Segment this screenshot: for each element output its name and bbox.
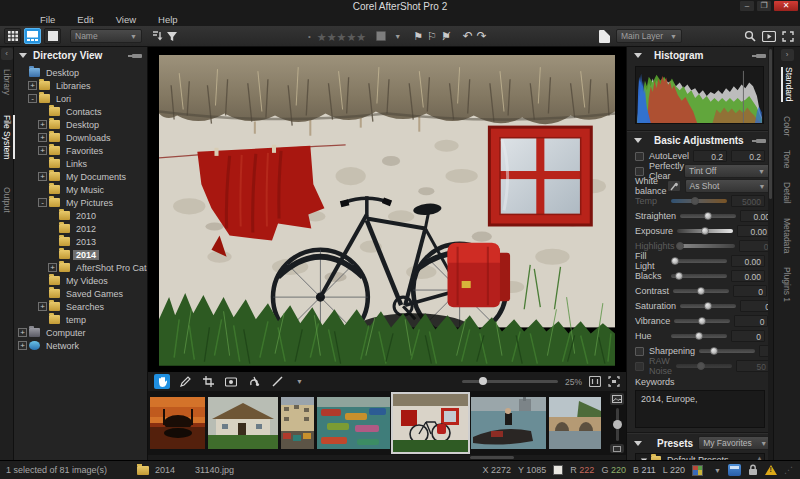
star-icon[interactable]: ★ <box>317 31 327 43</box>
menu-view[interactable]: View <box>116 14 136 25</box>
raw-noise-slider[interactable] <box>676 364 732 368</box>
highlights-slider[interactable] <box>679 244 735 248</box>
tab-library[interactable]: Library <box>2 69 12 95</box>
tree-expander[interactable]: + <box>38 146 47 155</box>
tree-item-links[interactable]: +Links <box>14 157 147 170</box>
grid-view-button[interactable] <box>4 28 21 44</box>
collapse-section-icon[interactable] <box>634 441 642 446</box>
tree-item-downloads[interactable]: +Downloads <box>14 131 147 144</box>
sort-order-button[interactable] <box>151 30 163 42</box>
tab-color[interactable]: Color <box>782 116 792 136</box>
slider-value[interactable]: 5000 <box>731 195 765 207</box>
chevron-down-icon[interactable]: ▼ <box>296 378 303 385</box>
maximize-button[interactable]: ❐ <box>757 1 771 11</box>
image-viewer[interactable] <box>148 47 626 371</box>
slider-value[interactable]: 0.00 <box>731 270 765 282</box>
close-button[interactable]: ✕ <box>774 1 798 11</box>
tree-item-lori[interactable]: -Lori <box>14 92 147 105</box>
single-view-button[interactable] <box>44 28 61 44</box>
tree-expander[interactable]: + <box>18 341 27 350</box>
white-balance-dropdown[interactable]: As Shot ▼ <box>685 179 771 193</box>
flag-pick-icon[interactable]: ⚑ <box>413 31 423 42</box>
tree-item-my-music[interactable]: +My Music <box>14 183 147 196</box>
thumbnail-bicycle-cottage[interactable] <box>393 394 468 452</box>
combined-view-button[interactable] <box>24 28 41 44</box>
tree-expander[interactable]: + <box>48 263 57 272</box>
tree-expander[interactable]: + <box>28 81 37 90</box>
thumbnail-mosque-sunset[interactable] <box>150 397 205 449</box>
tree-item-temp[interactable]: +temp <box>14 313 147 326</box>
fullscreen-button[interactable] <box>782 31 794 42</box>
tree-item-desktop[interactable]: +Desktop <box>14 66 147 79</box>
minimize-button[interactable]: – <box>740 1 754 11</box>
color-profile-icon[interactable] <box>692 465 703 476</box>
heal-tool-button[interactable] <box>246 374 262 389</box>
straighten-tool-button[interactable] <box>269 374 285 389</box>
collapse-section-icon[interactable] <box>19 53 27 58</box>
hue-slider[interactable] <box>671 334 727 338</box>
tree-item-network[interactable]: +Network <box>14 339 147 352</box>
collapse-section-icon[interactable] <box>634 53 642 58</box>
thumbnail-stone-bridge[interactable] <box>549 397 601 449</box>
tree-expander[interactable]: - <box>38 198 47 207</box>
slider-knob[interactable] <box>704 302 712 310</box>
thumbnail-street-market[interactable] <box>281 397 314 449</box>
tree-item-aftershot-pro-catalogs[interactable]: +AfterShot Pro Catalogs <box>14 261 147 274</box>
slider-knob[interactable] <box>671 257 679 265</box>
fill-light-slider[interactable] <box>671 259 727 263</box>
temp-slider[interactable] <box>671 199 727 203</box>
presets-collection-dropdown[interactable]: My Favorites ▼ <box>698 436 772 450</box>
sharpening-slider[interactable] <box>699 349 755 353</box>
raw-noise-checkbox[interactable] <box>635 362 644 371</box>
slider-value[interactable]: 0.00 <box>737 225 771 237</box>
slider-knob[interactable] <box>698 317 706 325</box>
tree-expander[interactable]: + <box>38 133 47 142</box>
panel-scrollbar-thumb[interactable] <box>769 49 772 199</box>
slider-knob[interactable] <box>701 227 709 235</box>
tree-item-2014[interactable]: +2014 <box>14 248 147 261</box>
slider-value[interactable]: 0 <box>733 285 767 297</box>
layer-dropdown[interactable]: Main Layer ▼ <box>616 29 682 43</box>
flag-reject-icon[interactable]: ⚐ <box>427 31 437 42</box>
tree-expander[interactable]: + <box>38 302 47 311</box>
slider-knob[interactable] <box>695 332 703 340</box>
straighten-slider[interactable] <box>680 214 736 218</box>
filmstrip-option-button[interactable] <box>610 444 624 453</box>
star-rating[interactable]: ★★★★★ <box>317 27 366 45</box>
collapse-right-panel-button[interactable]: › <box>781 49 794 61</box>
slider-knob[interactable] <box>675 272 683 280</box>
tab-detail[interactable]: Detail <box>782 182 792 204</box>
white-balance-eyedropper-button[interactable] <box>667 180 681 192</box>
star-icon[interactable]: ★ <box>346 31 356 43</box>
edit-tool-button[interactable] <box>177 374 193 389</box>
tree-expander[interactable]: - <box>28 94 37 103</box>
chevron-down-icon[interactable]: ▼ <box>714 467 721 474</box>
resize-grip[interactable]: ⋰ <box>784 465 794 475</box>
pan-tool-button[interactable] <box>154 374 170 389</box>
saturation-slider[interactable] <box>680 304 736 308</box>
tab-output[interactable]: Output <box>2 187 12 213</box>
tree-item-computer[interactable]: +Computer <box>14 326 147 339</box>
slider-value[interactable]: 0 <box>731 330 765 342</box>
tree-item-favorites[interactable]: +Favorites <box>14 144 147 157</box>
tree-item-2010[interactable]: +2010 <box>14 209 147 222</box>
soft-proof-icon[interactable] <box>728 464 741 476</box>
slider-value[interactable]: 0 <box>734 315 768 327</box>
star-icon[interactable]: ★ <box>327 31 337 43</box>
slider-knob[interactable] <box>704 212 712 220</box>
blacks-slider[interactable] <box>671 274 727 278</box>
pin-icon[interactable] <box>756 139 766 143</box>
flag-clear-icon[interactable]: ⚑̸ <box>441 31 451 42</box>
slider-value[interactable]: 0.00 <box>731 255 765 267</box>
thumbnail-size-knob[interactable] <box>613 420 622 429</box>
perfectly-clear-checkbox[interactable] <box>635 167 644 176</box>
menu-edit[interactable]: Edit <box>77 14 93 25</box>
search-button[interactable] <box>744 30 756 42</box>
filter-button[interactable] <box>166 31 178 42</box>
filmstrip-scrollbar-thumb[interactable] <box>470 456 514 459</box>
exposure-slider[interactable] <box>677 229 733 233</box>
tree-item-2012[interactable]: +2012 <box>14 222 147 235</box>
slideshow-button[interactable] <box>762 31 776 42</box>
tab-metadata[interactable]: Metadata <box>782 218 792 253</box>
tree-expander[interactable]: + <box>18 328 27 337</box>
